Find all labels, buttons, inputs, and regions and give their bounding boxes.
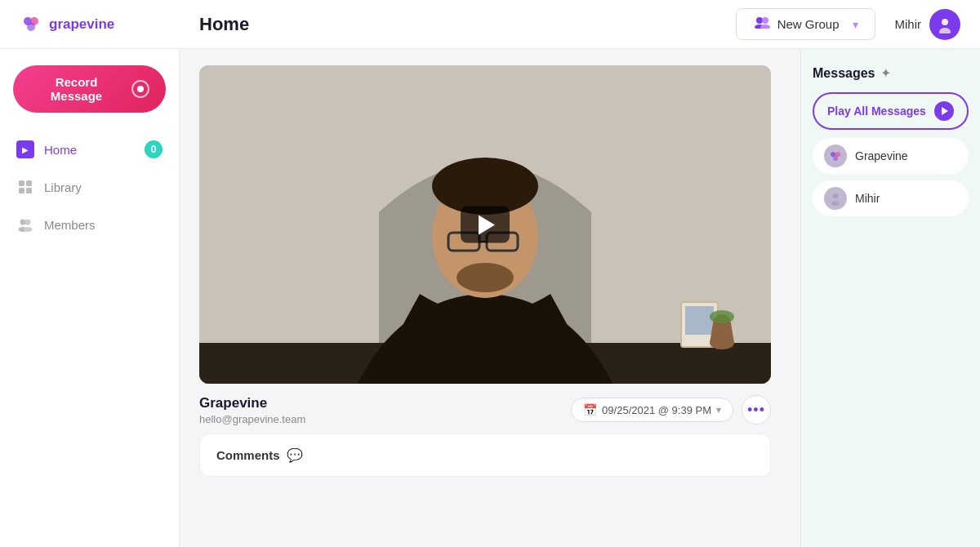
- video-background: [199, 65, 771, 384]
- svg-point-35: [831, 201, 840, 206]
- new-group-button[interactable]: New Group ▾: [736, 8, 875, 40]
- video-meta: Grapevine hello@grapevine.team 📅 09/25/2…: [199, 384, 771, 434]
- rec-dot: [137, 86, 144, 92]
- play-all-triangle-icon: [942, 107, 948, 115]
- chevron-down-icon: ▾: [853, 18, 858, 31]
- sidebar-home-label: Home: [44, 143, 77, 157]
- svg-point-33: [833, 156, 838, 161]
- svg-rect-9: [19, 180, 24, 186]
- play-all-button[interactable]: Play All Messages: [813, 92, 969, 130]
- sender-email: hello@grapevine.team: [199, 413, 305, 425]
- play-all-label: Play All Messages: [827, 105, 926, 118]
- svg-point-32: [835, 152, 840, 157]
- layout: Record Message Home 0 Library: [0, 49, 980, 547]
- right-panel: Messages ✦ Play All Messages Grapevine: [800, 49, 980, 547]
- library-icon: [16, 178, 34, 196]
- svg-point-31: [831, 152, 835, 157]
- logo-icon: [20, 13, 42, 36]
- svg-point-3: [756, 17, 763, 24]
- comments-label: Comments: [216, 448, 280, 462]
- date-pill[interactable]: 📅 09/25/2021 @ 9:39 PM ▾: [571, 398, 733, 422]
- user-name: Mihir: [895, 17, 922, 31]
- svg-point-34: [833, 193, 839, 199]
- message-item-mihir[interactable]: Mihir: [813, 180, 969, 216]
- chevron-small-icon: ▾: [716, 404, 721, 416]
- home-badge: 0: [145, 140, 163, 158]
- play-button[interactable]: [461, 207, 510, 243]
- comments-header: Comments 💬: [216, 447, 754, 463]
- comment-icon: 💬: [287, 447, 303, 463]
- sidebar-item-home[interactable]: Home 0: [0, 132, 179, 167]
- sidebar-library-label: Library: [44, 180, 82, 194]
- svg-rect-10: [26, 180, 32, 186]
- page-title: Home: [199, 14, 736, 35]
- logo-text: grapevine: [49, 16, 114, 33]
- avatar[interactable]: [929, 9, 960, 40]
- sidebar-item-library[interactable]: Library: [0, 170, 179, 204]
- svg-rect-28: [685, 306, 714, 335]
- svg-point-2: [27, 23, 35, 31]
- video-container: [199, 65, 771, 384]
- messages-title: Messages: [813, 66, 875, 81]
- play-triangle-icon: [479, 215, 495, 234]
- sidebar: Record Message Home 0 Library: [0, 49, 180, 547]
- record-label: Record Message: [29, 75, 123, 103]
- svg-rect-11: [19, 188, 24, 193]
- meta-right: 📅 09/25/2021 @ 9:39 PM ▾ •••: [571, 395, 771, 425]
- calendar-icon: 📅: [583, 403, 597, 416]
- comments-section: Comments 💬: [199, 434, 771, 477]
- sender-name: Grapevine: [199, 395, 305, 411]
- grapevine-avatar: [824, 145, 847, 167]
- messages-header: Messages ✦: [813, 65, 969, 81]
- members-icon: [16, 216, 34, 233]
- home-icon: [16, 140, 34, 158]
- svg-point-13: [20, 220, 26, 225]
- sender-info: Grapevine hello@grapevine.team: [199, 395, 305, 425]
- new-group-label: New Group: [777, 17, 840, 31]
- header: grapevine Home New Group ▾ Mihir: [0, 0, 980, 49]
- svg-point-4: [762, 17, 768, 24]
- record-message-button[interactable]: Record Message: [13, 65, 166, 113]
- record-icon: [131, 80, 149, 98]
- mihir-name: Mihir: [855, 192, 880, 205]
- grapevine-name: Grapevine: [855, 149, 908, 162]
- user-avatar-icon: [936, 16, 954, 33]
- mihir-avatar: [824, 187, 847, 210]
- group-icon: [753, 16, 771, 33]
- svg-point-16: [24, 227, 33, 232]
- sidebar-members-label: Members: [44, 218, 96, 232]
- svg-point-14: [25, 220, 31, 225]
- main-content: Grapevine hello@grapevine.team 📅 09/25/2…: [180, 49, 800, 547]
- play-all-circle-icon: [934, 101, 954, 121]
- svg-point-26: [457, 263, 514, 292]
- more-options-button[interactable]: •••: [742, 395, 771, 425]
- spark-icon: ✦: [880, 65, 891, 81]
- svg-point-7: [942, 19, 948, 25]
- user-area: Mihir: [895, 9, 961, 40]
- svg-point-8: [939, 28, 951, 33]
- logo: grapevine: [20, 13, 199, 36]
- sidebar-item-members[interactable]: Members: [0, 207, 179, 242]
- message-item-grapevine[interactable]: Grapevine: [813, 138, 969, 174]
- svg-point-30: [710, 310, 734, 323]
- svg-rect-12: [26, 188, 32, 193]
- video-date: 09/25/2021 @ 9:39 PM: [602, 404, 711, 416]
